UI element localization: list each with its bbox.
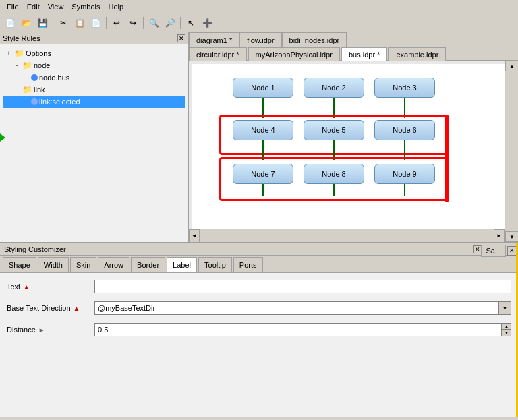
text-required-icon: ▲	[23, 283, 30, 291]
toolbar-sep2	[106, 17, 107, 29]
tree-item-options[interactable]: + 📁 Options	[3, 47, 185, 59]
node-4[interactable]: Node 4	[233, 120, 293, 140]
dot-icon-node-bus	[31, 74, 38, 81]
distance-label: Distance ►	[7, 326, 94, 334]
toolbar-new[interactable]: 📄	[3, 16, 18, 30]
tab-flow[interactable]: flow.idpr	[239, 32, 281, 47]
toolbar-zoom-out[interactable]: 🔎	[163, 16, 177, 30]
menu-file[interactable]: File	[3, 1, 23, 12]
menu-edit[interactable]: Edit	[23, 1, 44, 12]
scroll-track	[505, 71, 518, 231]
conn-3-6	[404, 98, 405, 118]
conn-7-bot	[262, 184, 264, 196]
sub-tab-bus[interactable]: bus.idpr *	[341, 47, 387, 61]
scroll-right-btn[interactable]: ►	[494, 229, 505, 243]
tab-ports[interactable]: Ports	[233, 257, 263, 272]
diagram-container: diagram1 * flow.idpr bidi_nodes.idpr cir…	[189, 32, 518, 242]
tree-item-link-selected[interactable]: · link:selected	[3, 96, 185, 108]
conn-9-bot	[404, 184, 405, 196]
label-node-bus: node.bus	[39, 73, 69, 82]
expander-link-selected: ·	[22, 97, 31, 107]
v-scrollbar: ▲ ▼	[505, 61, 518, 242]
conn-8-bot	[333, 184, 335, 196]
expander-node[interactable]: -	[12, 61, 22, 70]
distance-label-text: Distance	[7, 326, 36, 334]
text-input[interactable]	[94, 280, 511, 293]
toolbar-paste[interactable]: 📄	[88, 16, 103, 30]
menu-symbols[interactable]: Symbols	[67, 1, 104, 12]
toolbar-copy[interactable]: 📋	[72, 16, 87, 30]
label-node: node	[34, 61, 50, 69]
node-5[interactable]: Node 5	[304, 120, 364, 140]
tab-arrow[interactable]: Arrow	[98, 257, 130, 272]
conn-1-4	[262, 98, 264, 118]
toolbar: 📄 📂 💾 ✂ 📋 📄 ↩ ↪ 🔍 🔎 ↖ ➕	[0, 13, 518, 32]
node-2[interactable]: Node 2	[304, 78, 364, 98]
tree-item-node[interactable]: - 📁 node	[3, 59, 185, 71]
styling-content: Text ▲ Base Text Direction ▲ ▼ Distance …	[0, 273, 518, 417]
menu-help[interactable]: Help	[105, 1, 128, 12]
tree-item-link[interactable]: - 📁 link	[3, 84, 185, 96]
save-area: Sa... ✕	[480, 243, 518, 258]
base-text-dir-label: Base Text Direction ▲	[7, 304, 94, 312]
dot-icon-link-selected	[31, 98, 38, 105]
toolbar-cut[interactable]: ✂	[56, 16, 71, 30]
tab-bidi[interactable]: bidi_nodes.idpr	[282, 32, 347, 47]
conn-2-5	[333, 98, 335, 118]
left-panel-arrow	[0, 133, 5, 142]
distance-input[interactable]	[94, 323, 502, 336]
node-9[interactable]: Node 9	[374, 164, 435, 184]
tab-skin[interactable]: Skin	[70, 257, 96, 272]
tab-tooltip[interactable]: Tooltip	[198, 257, 232, 272]
base-text-dir-dropdown[interactable]: ▼	[499, 301, 511, 315]
sub-tab-example[interactable]: example.idpr	[388, 47, 446, 61]
toolbar-zoom-in[interactable]: 🔍	[146, 16, 161, 30]
node-6[interactable]: Node 6	[374, 120, 435, 140]
toolbar-sep3	[143, 17, 144, 29]
toolbar-pointer[interactable]: ↖	[183, 16, 198, 30]
distance-spin-down[interactable]: ▼	[502, 330, 511, 336]
sub-tab-circular[interactable]: circular.idpr *	[189, 47, 247, 61]
base-text-dir-input[interactable]	[94, 301, 499, 315]
expander-link[interactable]: -	[12, 85, 22, 94]
save-close-btn[interactable]: ✕	[507, 246, 517, 256]
toolbar-sep1	[53, 17, 53, 29]
tab-label[interactable]: Label	[167, 257, 197, 272]
tab-shape[interactable]: Shape	[3, 257, 36, 272]
style-rules-close[interactable]: ✕	[177, 34, 185, 42]
sub-tab-arizona[interactable]: myArizonaPhysical.idpr	[248, 47, 340, 61]
node-3[interactable]: Node 3	[374, 78, 435, 98]
base-text-dir-input-group: ▼	[94, 301, 511, 315]
toolbar-connect[interactable]: ➕	[200, 16, 214, 30]
expander-options[interactable]: +	[4, 49, 13, 58]
h-scrollbar: ◄ ►	[189, 229, 505, 242]
tab-width[interactable]: Width	[38, 257, 69, 272]
toolbar-save[interactable]: 💾	[35, 16, 50, 30]
folder-icon-options: 📁	[13, 48, 24, 59]
text-label-text: Text	[7, 282, 20, 291]
distance-spin-up[interactable]: ▲	[502, 323, 511, 330]
menubar: File Edit View Symbols Help	[0, 0, 518, 13]
tab-border[interactable]: Border	[131, 257, 165, 272]
toolbar-open[interactable]: 📂	[19, 16, 34, 30]
scroll-down-btn[interactable]: ▼	[505, 231, 518, 242]
sub-tabs: circular.idpr * myArizonaPhysical.idpr b…	[189, 47, 518, 61]
distance-row: Distance ► ▲ ▼	[7, 322, 511, 338]
menu-view[interactable]: View	[44, 1, 68, 12]
toolbar-sep4	[180, 17, 181, 29]
tree-item-node-bus[interactable]: · node.bus	[3, 71, 185, 84]
save-button[interactable]: Sa...	[481, 245, 506, 257]
toolbar-redo[interactable]: ↪	[125, 16, 140, 30]
scroll-up-btn[interactable]: ▲	[505, 61, 518, 71]
node-8[interactable]: Node 8	[304, 164, 364, 184]
node-7[interactable]: Node 7	[233, 164, 293, 184]
scroll-left-btn[interactable]: ◄	[189, 229, 200, 243]
arrow-indicator	[0, 133, 5, 142]
styling-title: Styling Customizer	[4, 245, 66, 253]
tab-diagram1[interactable]: diagram1 *	[189, 32, 239, 47]
tree-area: + 📁 Options - 📁 node · node.bus - 📁 link	[0, 44, 188, 242]
text-label: Text ▲	[7, 282, 94, 291]
node-1[interactable]: Node 1	[233, 78, 293, 98]
toolbar-undo[interactable]: ↩	[109, 16, 124, 30]
label-link: link	[34, 86, 45, 94]
